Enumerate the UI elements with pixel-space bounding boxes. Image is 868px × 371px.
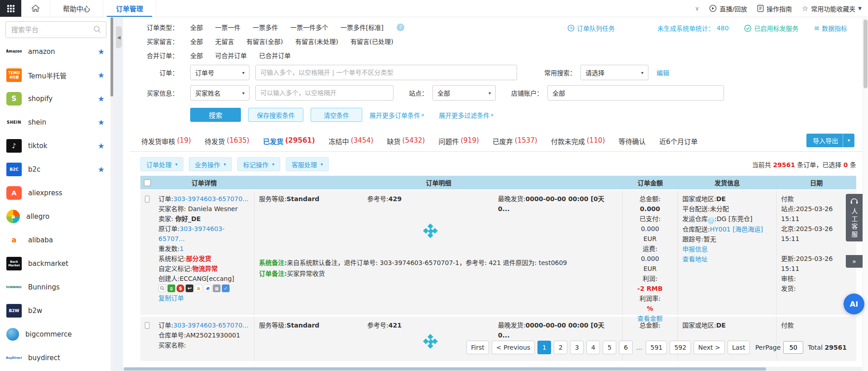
mark-ops-dropdown[interactable]: 标记操作▾: [237, 157, 280, 171]
uncreated-orders-stat[interactable]: 未生成系统单统计： 480: [657, 24, 729, 33]
tab-awaiting-confirm[interactable]: 等待确认: [619, 132, 646, 151]
filter-option[interactable]: 全部: [190, 51, 203, 60]
business-ops-dropdown[interactable]: 业务操作▾: [189, 157, 232, 171]
tab-frozen[interactable]: 冻结中(3454): [329, 132, 374, 151]
last-page-button[interactable]: Last: [728, 341, 750, 354]
app-launcher-button[interactable]: [0, 0, 21, 17]
human-service-button[interactable]: 人工客服: [846, 194, 863, 241]
row-checkbox[interactable]: [145, 196, 149, 202]
page-button-6[interactable]: 6: [619, 341, 633, 354]
sidebar-item-aliexpress[interactable]: Aaliexpress: [0, 181, 113, 205]
sidebar-item-alibaba[interactable]: aalibaba: [0, 228, 113, 252]
sidebar-item-bunnings[interactable]: BUNNINGSBunnings: [0, 275, 113, 299]
invoice-icon[interactable]: ≣: [168, 284, 175, 292]
tab-out-of-stock[interactable]: 缺货(5432): [387, 132, 425, 151]
sidebar-scrollbar-thumb[interactable]: [110, 17, 113, 96]
common-search-select[interactable]: 请选择▾: [580, 65, 648, 80]
tagged-service-status[interactable]: 已启用标发服务: [744, 24, 798, 33]
filter-option[interactable]: 已合并订单: [259, 51, 291, 60]
filter-option[interactable]: 有留言(已处理): [350, 37, 393, 46]
edit-common-search-link[interactable]: 编辑: [657, 68, 669, 77]
sidebar-scrollbar[interactable]: [110, 17, 113, 371]
help-icon[interactable]: ?: [397, 24, 404, 31]
ai-assistant-button[interactable]: AI: [844, 294, 864, 314]
zoom-icon[interactable]: [158, 284, 166, 292]
customer-service-dropdown[interactable]: 客服处理▾: [286, 157, 329, 171]
filter-option[interactable]: 一票一件: [215, 23, 240, 32]
per-page-input[interactable]: [783, 341, 803, 354]
tab-discarded[interactable]: 已废弃(1537): [493, 132, 537, 151]
page-button-4[interactable]: 4: [586, 341, 600, 354]
copy-order-link[interactable]: 复制订单: [158, 293, 249, 303]
favorite-star-icon[interactable]: ★: [98, 118, 105, 127]
filter-option[interactable]: 一票多件[标准]: [340, 23, 384, 32]
service-expand-button[interactable]: »: [846, 255, 863, 268]
page-scrollbar-thumb[interactable]: [863, 19, 868, 88]
page-button-5[interactable]: 5: [603, 341, 616, 354]
help-icon[interactable]: ?: [708, 217, 715, 224]
page-button-591[interactable]: 591: [646, 341, 667, 354]
sidebar-collapse-handle[interactable]: ◀: [116, 26, 122, 48]
page-button-2[interactable]: 2: [554, 341, 567, 354]
prev-page-button[interactable]: < Previous: [492, 341, 535, 354]
clear-filters-button[interactable]: 清空条件: [311, 108, 362, 122]
site-select[interactable]: 全部▾: [432, 85, 496, 101]
row-checkbox[interactable]: [145, 322, 149, 329]
horizontal-scrollbar[interactable]: [124, 367, 862, 371]
expand-order-conditions-link[interactable]: 展开更多订单条件»: [369, 111, 424, 120]
tab-payment-incomplete[interactable]: 付款未完成(110): [551, 132, 605, 151]
order-queue-link[interactable]: 订单队列任务: [567, 24, 615, 33]
order-management-tab[interactable]: 订单管理: [103, 0, 156, 17]
favorite-star-icon[interactable]: ★: [98, 165, 105, 174]
order-number-link[interactable]: 303-3974603-657070...: [173, 195, 249, 202]
sidebar-item-buydirect[interactable]: BuyDirectbuydirect: [0, 346, 113, 370]
buyer-field-select[interactable]: 买家姓名▾: [190, 85, 249, 101]
filter-option[interactable]: 一票多件: [253, 23, 278, 32]
data-metrics-link[interactable]: ≡ 数据指标: [814, 24, 847, 33]
favorite-star-icon[interactable]: ★: [98, 141, 105, 150]
document-check-icon[interactable]: ✓: [222, 284, 230, 292]
expand-filter-conditions-link[interactable]: 展开更多过滤条件»: [439, 111, 494, 120]
tab-shipped[interactable]: 已发货(29561): [263, 132, 315, 151]
horizontal-scrollbar-thumb[interactable]: [124, 367, 766, 371]
sidebar-item-bigcommerce[interactable]: bigcommerce: [0, 323, 113, 346]
first-page-button[interactable]: First: [466, 341, 489, 354]
filter-option[interactable]: 可合并订单: [215, 51, 247, 60]
order-number-input[interactable]: [255, 65, 517, 80]
sidebar-item-amazon[interactable]: Amazonamazon★: [0, 40, 113, 63]
declare-info-link[interactable]: 申报信息: [682, 244, 772, 254]
save-search-button[interactable]: 保存搜索条件: [248, 108, 303, 122]
favorite-star-icon[interactable]: ★: [98, 94, 105, 103]
filter-option[interactable]: 一票一件多个: [290, 23, 328, 32]
shop-account-input[interactable]: [547, 85, 724, 101]
e-platform-icon[interactable]: e: [204, 284, 211, 292]
calculator-icon[interactable]: ▦: [213, 284, 221, 292]
next-page-button[interactable]: Next >: [694, 341, 725, 354]
operation-guide-link[interactable]: 操作指南: [757, 4, 792, 13]
platform-search-input[interactable]: [5, 21, 106, 38]
collapse-chevron-icon[interactable]: ∨: [695, 5, 700, 12]
page-scrollbar[interactable]: [863, 18, 868, 371]
favorites-menu[interactable]: ☆ 常用功能收藏夹 ▼: [802, 4, 862, 13]
amazon-icon[interactable]: a: [195, 284, 202, 292]
tab-problem[interactable]: 问题件(919): [438, 132, 479, 151]
sidebar-item-shein[interactable]: SHEINshein★: [0, 111, 113, 134]
sidebar-item-backmarket[interactable]: BackMarketbackmarket: [0, 252, 113, 275]
warehouse-delivery-link[interactable]: HY001 [海邑海运]: [710, 226, 763, 233]
favorite-star-icon[interactable]: ★: [98, 47, 105, 56]
filter-option[interactable]: 全部: [190, 23, 203, 32]
money-bag-icon[interactable]: $: [177, 284, 184, 292]
page-button-3[interactable]: 3: [570, 341, 584, 354]
select-all-checkbox[interactable]: [144, 179, 151, 186]
live-replay-link[interactable]: 直播/回放: [709, 4, 747, 13]
page-button-592[interactable]: 592: [670, 341, 691, 354]
sidebar-item-b2c[interactable]: B2Cb2c★: [0, 158, 113, 181]
filter-option[interactable]: 有留言(全部): [246, 37, 283, 46]
home-tab[interactable]: [21, 0, 50, 17]
tab-pending-audit[interactable]: 待发货审核(19): [141, 132, 191, 151]
sidebar-item-b2w[interactable]: B2Wb2w: [0, 299, 113, 323]
sidebar-item-shopify[interactable]: Sshopify★: [0, 87, 113, 111]
tab-last-6-months[interactable]: 近6个月订单: [659, 132, 698, 151]
page-button-1[interactable]: 1: [537, 341, 551, 354]
order-number-type-select[interactable]: 订单号▾: [190, 65, 249, 80]
